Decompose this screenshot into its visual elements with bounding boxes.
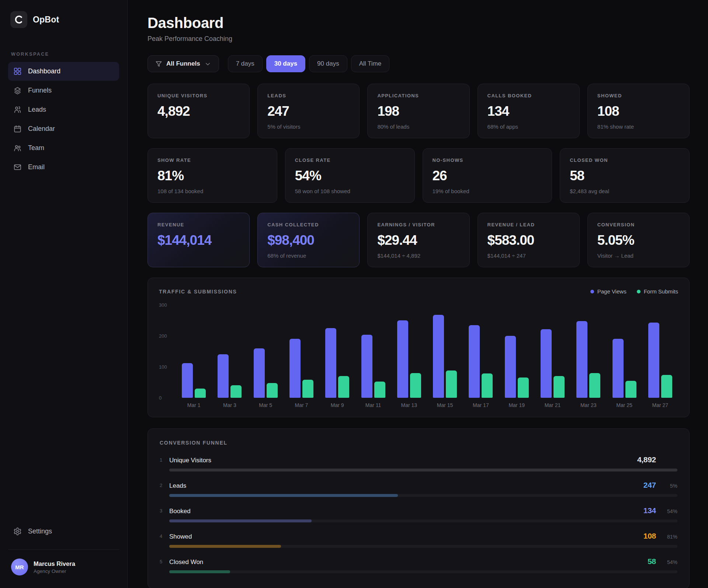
funnel-step-track <box>169 519 677 522</box>
calendar-icon <box>13 125 22 133</box>
kpi-card-label: LEADS <box>267 93 350 98</box>
x-tick-label: Mar 23 <box>570 402 606 408</box>
funnel-step-content: Booked13454% <box>169 506 677 522</box>
bar-group-mar-25 <box>606 305 642 398</box>
sidebar-item-settings[interactable]: Settings <box>8 522 119 541</box>
conversion-funnel-card: CONVERSION FUNNEL 1Unique Visitors4,8922… <box>148 428 690 588</box>
range-30-days[interactable]: 30 days <box>266 55 305 72</box>
chart-body: 0100200300 <box>159 305 678 398</box>
legend-label: Form Submits <box>644 288 678 295</box>
bar-page-views <box>576 321 587 398</box>
bar-group-mar-9 <box>319 305 355 398</box>
x-tick-label: Mar 21 <box>535 402 570 408</box>
sidebar-nav: DashboardFunnelsLeadsCalendarTeamEmail <box>8 62 119 177</box>
x-tick-label: Mar 9 <box>319 402 355 408</box>
kpi-card-unique-visitors: UNIQUE VISITORS4,892 <box>148 84 250 138</box>
bar-form-submits <box>302 380 313 398</box>
funnel-step-track <box>169 545 677 548</box>
team-icon <box>13 144 22 152</box>
funnel-step-value: 4,892 <box>637 455 656 464</box>
range-90-days[interactable]: 90 days <box>309 55 347 72</box>
kpi-card-calls-booked: CALLS BOOKED13468% of apps <box>478 84 580 138</box>
sidebar-item-label: Funnels <box>28 87 52 94</box>
bar-group-mar-11 <box>355 305 391 398</box>
kpi-card-subtext: 5% of visitors <box>267 123 350 130</box>
kpi-card-label: UNIQUE VISITORS <box>157 93 240 98</box>
sidebar-item-funnels[interactable]: Funnels <box>8 81 119 100</box>
kpi-card-value: $29.44 <box>377 233 459 248</box>
range-all-time[interactable]: All Time <box>351 55 389 72</box>
bar-form-submits <box>338 376 349 398</box>
user-role: Agency Owner <box>34 568 75 574</box>
bar-form-submits <box>518 377 529 398</box>
kpi-card-showed: SHOWED10881% show rate <box>587 84 690 138</box>
funnel-step-header: Booked13454% <box>169 506 677 515</box>
bar-page-views <box>289 339 301 398</box>
form-submits-dot-icon <box>637 290 641 293</box>
legend-item-page-views: Page Views <box>590 288 627 295</box>
bar-form-submits <box>410 373 421 398</box>
range-7-days[interactable]: 7 days <box>228 55 263 72</box>
bar-page-views <box>469 325 480 398</box>
kpi-card-label: EARNINGS / VISITOR <box>377 222 459 227</box>
user-profile[interactable]: MR Marcus Rivera Agency Owner <box>8 550 119 575</box>
x-tick-label: Mar 27 <box>642 402 678 408</box>
mail-icon <box>13 163 22 171</box>
legend-label: Page Views <box>597 288 627 295</box>
kpi-card-subtext: 68% of revenue <box>267 253 350 259</box>
sidebar-item-team[interactable]: Team <box>8 139 119 157</box>
funnel-step-fill <box>169 570 230 573</box>
chart-legend: Page ViewsForm Submits <box>590 288 678 295</box>
sidebar-item-leads[interactable]: Leads <box>8 100 119 119</box>
bar-page-views <box>254 348 265 398</box>
sidebar-item-label: Email <box>28 163 45 171</box>
kpi-row-1: UNIQUE VISITORS4,892LEADS2475% of visito… <box>148 84 690 138</box>
bar-page-views <box>612 339 624 398</box>
kpi-card-no-shows: NO-SHOWS2619% of booked <box>423 148 552 203</box>
kpi-card-value: 108 <box>597 104 680 119</box>
funnel-step-header: Leads2475% <box>169 481 677 490</box>
kpi-card-revenue: REVENUE$144,014 <box>148 213 250 267</box>
main-content: Dashboard Peak Performance Coaching All … <box>128 0 708 588</box>
sidebar-item-label: Dashboard <box>28 67 60 75</box>
kpi-card-label: CASH COLLECTED <box>267 222 350 227</box>
sidebar-item-calendar[interactable]: Calendar <box>8 119 119 138</box>
funnel-step-booked: 3Booked13454% <box>160 506 677 522</box>
bar-group-mar-5 <box>248 305 284 398</box>
kpi-card-value: $98,400 <box>267 233 350 248</box>
x-tick-label: Mar 11 <box>355 402 391 408</box>
bar-group-mar-23 <box>570 305 606 398</box>
workspace-section-label: WORKSPACE <box>11 52 116 57</box>
kpi-card-value: 134 <box>487 104 570 119</box>
sidebar-item-email[interactable]: Email <box>8 158 119 177</box>
kpi-row-3: REVENUE$144,014CASH COLLECTED$98,40068% … <box>148 213 690 267</box>
brand[interactable]: OpBot <box>8 11 119 28</box>
funnel-selector[interactable]: All Funnels <box>148 55 219 72</box>
x-tick-label: Mar 3 <box>212 402 247 408</box>
x-tick-label: Mar 15 <box>427 402 463 408</box>
funnel-step-track <box>169 570 677 573</box>
page-title: Dashboard <box>148 15 690 31</box>
chevron-down-icon <box>204 60 211 67</box>
kpi-card-label: SHOW RATE <box>157 157 267 163</box>
kpi-card-value: 4,892 <box>157 104 240 119</box>
sidebar: OpBot WORKSPACE DashboardFunnelsLeadsCal… <box>0 0 128 588</box>
funnel-step-label: Booked <box>169 508 643 515</box>
kpi-card-label: SHOWED <box>597 93 680 98</box>
kpi-card-label: CALLS BOOKED <box>487 93 570 98</box>
kpi-card-subtext: 80% of leads <box>377 123 459 130</box>
bar-form-submits <box>661 375 672 398</box>
sidebar-item-dashboard[interactable]: Dashboard <box>8 62 119 81</box>
funnel-step-index: 5 <box>160 557 169 573</box>
bar-form-submits <box>374 382 385 398</box>
layers-icon <box>13 86 22 95</box>
kpi-card-value: $583.00 <box>487 233 570 248</box>
bar-page-views <box>325 328 336 398</box>
kpi-card-label: CONVERSION <box>597 222 680 227</box>
funnel-step-header: Unique Visitors4,892 <box>169 455 677 464</box>
kpi-card-label: REVENUE <box>157 222 240 227</box>
funnel-step-content: Closed Won5854% <box>169 557 677 573</box>
funnel-step-track <box>169 494 677 497</box>
page-subtitle: Peak Performance Coaching <box>148 35 690 43</box>
bar-group-mar-1 <box>176 305 212 398</box>
